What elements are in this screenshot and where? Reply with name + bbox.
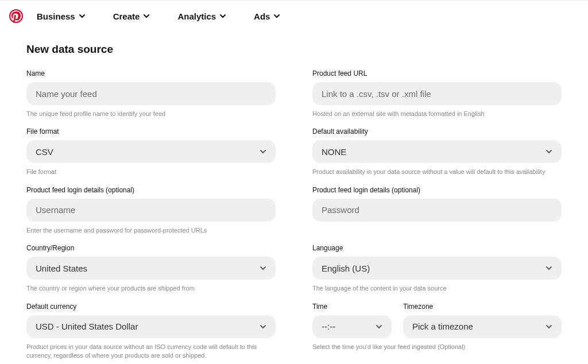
time-help: Select the time you'd like your feed ing…	[312, 343, 562, 351]
nav-business[interactable]: Business	[30, 7, 92, 26]
currency-label: Default currency	[26, 303, 276, 311]
nav-label: Business	[37, 11, 75, 21]
default-availability-help: Product availability in your data source…	[312, 168, 562, 176]
field-country: Country/Region United States The country…	[26, 244, 276, 293]
time-select[interactable]: --:--	[312, 315, 392, 338]
password-input[interactable]	[312, 199, 562, 222]
chevron-down-icon	[376, 323, 382, 330]
nav-analytics[interactable]: Analytics	[171, 7, 233, 26]
currency-value: USD - United States Dollar	[36, 322, 138, 331]
nav-label: Create	[113, 11, 140, 21]
chevron-down-icon	[546, 265, 552, 272]
name-help: The unique feed profile name to identify…	[26, 110, 276, 118]
login-user-label: Product feed login details (optional)	[26, 186, 276, 194]
page-title: New data source	[26, 43, 562, 56]
feed-url-input[interactable]	[312, 82, 562, 105]
file-format-select[interactable]: CSV	[26, 140, 276, 163]
field-name: Name The unique feed profile name to ide…	[26, 69, 276, 118]
login-user-help: Enter the username and password for pass…	[26, 226, 276, 235]
chevron-down-icon	[546, 323, 552, 330]
feed-url-label: Product feed URL	[312, 69, 562, 78]
time-value: --:--	[322, 322, 335, 331]
name-label: Name	[26, 69, 276, 78]
chevron-down-icon	[273, 13, 280, 20]
field-time-timezone: Time --:-- Timezone Pick a timezone Sele…	[312, 303, 562, 361]
pinterest-logo[interactable]	[9, 9, 23, 23]
timezone-label: Timezone	[403, 303, 562, 311]
language-value: English (US)	[322, 264, 370, 273]
field-feed-url: Product feed URL Hosted on an external s…	[312, 69, 562, 118]
login-pass-label: Product feed login details (optional)	[312, 186, 562, 194]
file-format-label: File format	[26, 127, 276, 135]
chevron-down-icon	[260, 265, 266, 272]
chevron-down-icon	[260, 148, 266, 155]
form-grid: Name The unique feed profile name to ide…	[26, 69, 562, 360]
nav-label: Analytics	[177, 11, 216, 21]
file-format-value: CSV	[36, 147, 53, 157]
default-availability-label: Default availability	[312, 127, 562, 135]
chevron-down-icon	[546, 148, 552, 155]
topbar: Business Create Analytics Ads	[0, 1, 588, 32]
chevron-down-icon	[79, 13, 86, 20]
country-help: The country or region where your product…	[26, 284, 276, 293]
name-input[interactable]	[26, 82, 276, 105]
nav-create[interactable]: Create	[106, 7, 157, 26]
country-value: United States	[36, 264, 87, 273]
chevron-down-icon	[143, 13, 150, 20]
field-default-availability: Default availability NONE Product availa…	[312, 127, 562, 176]
time-label: Time	[312, 303, 392, 311]
timezone-select[interactable]: Pick a timezone	[403, 315, 562, 338]
username-input[interactable]	[26, 199, 276, 222]
default-availability-value: NONE	[322, 147, 346, 157]
currency-select[interactable]: USD - United States Dollar	[26, 315, 276, 338]
language-help: The language of the content in your data…	[312, 284, 562, 293]
chevron-down-icon	[219, 13, 226, 20]
content: New data source Name The unique feed pro…	[0, 32, 588, 360]
timezone-value: Pick a timezone	[412, 322, 473, 331]
field-login-username: Product feed login details (optional) En…	[26, 186, 276, 235]
language-select[interactable]: English (US)	[312, 257, 562, 280]
field-login-password: Product feed login details (optional)	[312, 186, 562, 235]
chevron-down-icon	[260, 323, 266, 330]
field-file-format: File format CSV File format	[26, 127, 276, 176]
feed-url-help: Hosted on an external site with metadata…	[312, 110, 562, 118]
language-label: Language	[312, 244, 562, 252]
currency-help: Product prices in your data source witho…	[26, 343, 276, 361]
nav-ads[interactable]: Ads	[247, 7, 287, 26]
file-format-help: File format	[26, 168, 276, 176]
field-language: Language English (US) The language of th…	[312, 244, 562, 293]
nav-label: Ads	[254, 11, 270, 21]
default-availability-select[interactable]: NONE	[312, 140, 562, 163]
country-select[interactable]: United States	[26, 257, 276, 280]
country-label: Country/Region	[26, 244, 276, 252]
field-currency: Default currency USD - United States Dol…	[26, 303, 276, 361]
